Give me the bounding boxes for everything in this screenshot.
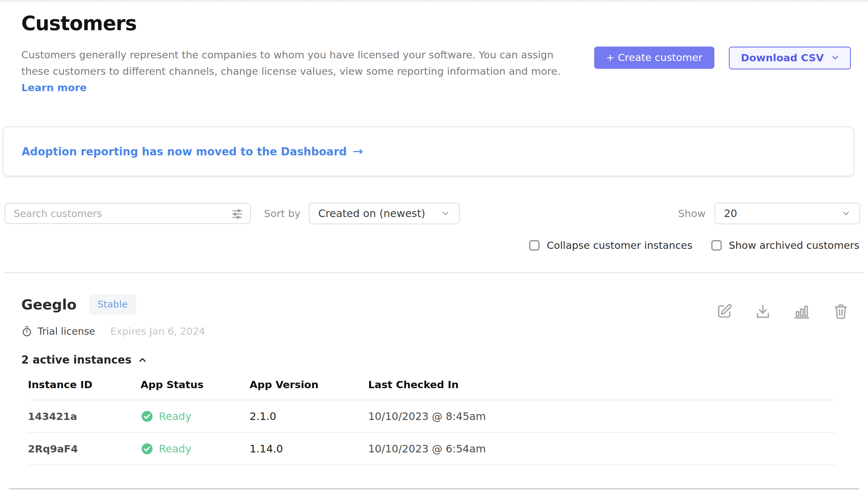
show-count-select[interactable]: 20	[715, 203, 860, 224]
license-type-label: Trial license	[38, 326, 95, 337]
page-title: Customers	[21, 12, 576, 35]
page-description-text: Customers generally represent the compan…	[21, 49, 561, 77]
download-icon[interactable]	[755, 303, 771, 320]
customer-name[interactable]: Geeglo	[21, 296, 77, 313]
trash-icon[interactable]	[833, 303, 849, 320]
col-header-app-version: App Version	[250, 379, 368, 400]
instance-id: 143421a	[28, 410, 141, 422]
collapse-instances-checkbox[interactable]	[529, 240, 540, 251]
download-csv-label: Download CSV	[741, 52, 824, 63]
customer-card: Geeglo Stable Trial license Expires Jan …	[0, 273, 868, 465]
page-header: Customers Customers generally represent …	[0, 3, 868, 96]
sort-select[interactable]: Created on (newest)	[309, 203, 459, 224]
search-input[interactable]	[4, 203, 251, 224]
table-row: 143421a Ready 2.1.0 10/10/2023 @ 8:45am	[28, 400, 836, 433]
adoption-reporting-text: Adoption reporting has now moved to the …	[21, 145, 347, 158]
show-archived-checkbox[interactable]	[711, 240, 722, 251]
chart-icon[interactable]	[793, 303, 810, 320]
last-checked-in: 10/10/2023 @ 6:54am	[368, 443, 836, 455]
sort-select-value: Created on (newest)	[318, 207, 425, 219]
chevron-down-icon	[830, 53, 840, 62]
adoption-reporting-link[interactable]: Adoption reporting has now moved to the …	[21, 144, 363, 159]
filter-sliders-icon[interactable]	[231, 208, 244, 221]
customer-identity: Geeglo Stable Trial license Expires Jan …	[21, 294, 205, 337]
app-status: Ready	[141, 410, 250, 423]
show-archived-option[interactable]: Show archived customers	[711, 239, 859, 251]
license-row: Trial license Expires Jan 6, 2024	[21, 326, 205, 337]
instances-table: Instance ID App Status App Version Last …	[28, 379, 836, 465]
top-edge-shadow	[0, 0, 868, 3]
page-description: Customers generally represent the compan…	[21, 46, 576, 96]
app-status-text: Ready	[159, 443, 191, 455]
instances-table-header: Instance ID App Status App Version Last …	[28, 379, 836, 400]
collapse-instances-label: Collapse customer instances	[547, 239, 692, 251]
collapse-instances-option[interactable]: Collapse customer instances	[529, 239, 692, 251]
app-version: 1.14.0	[250, 443, 368, 455]
customer-name-row: Geeglo Stable	[21, 294, 205, 315]
adoption-reporting-banner: Adoption reporting has now moved to the …	[3, 127, 854, 176]
chevron-down-icon	[841, 209, 851, 218]
app-version: 2.1.0	[250, 410, 368, 423]
customer-card-top: Geeglo Stable Trial license Expires Jan …	[21, 294, 849, 337]
instance-id: 2Rq9aF4	[28, 443, 141, 455]
download-csv-button[interactable]: Download CSV	[729, 46, 851, 70]
app-status: Ready	[141, 442, 250, 455]
create-customer-button[interactable]: + Create customer	[594, 46, 715, 69]
learn-more-link[interactable]: Learn more	[21, 82, 87, 94]
check-circle-icon	[141, 442, 153, 455]
chevron-down-icon	[441, 209, 451, 218]
show-label: Show	[678, 208, 706, 219]
chevron-up-icon	[137, 355, 148, 365]
stopwatch-icon	[21, 326, 32, 337]
header-text: Customers Customers generally represent …	[21, 12, 576, 96]
table-row: 2Rq9aF4 Ready 1.14.0 10/10/2023 @ 6:54am	[28, 433, 836, 465]
channel-badge: Stable	[89, 294, 136, 315]
active-instances-toggle[interactable]: 2 active instances	[21, 353, 849, 366]
edit-icon[interactable]	[716, 303, 732, 320]
card-bottom-divider	[9, 488, 859, 489]
search-customers-field	[4, 203, 251, 224]
license-expiry-label: Expires Jan 6, 2024	[111, 326, 205, 337]
col-header-instance-id: Instance ID	[28, 379, 141, 400]
col-header-last-checked-in: Last Checked In	[368, 379, 836, 400]
arrow-right-icon: →	[353, 144, 363, 158]
active-instances-label: 2 active instances	[21, 353, 131, 366]
sort-by-label: Sort by	[264, 208, 300, 219]
customer-actions	[716, 303, 849, 320]
last-checked-in: 10/10/2023 @ 8:45am	[368, 410, 836, 423]
col-header-app-status: App Status	[141, 379, 250, 400]
list-toggles: Collapse customer instances Show archive…	[0, 239, 859, 251]
header-actions: + Create customer Download CSV	[594, 12, 851, 96]
list-controls: Sort by Created on (newest) Show 20	[4, 203, 860, 224]
check-circle-icon	[141, 410, 153, 423]
show-count-value: 20	[724, 207, 737, 219]
show-archived-label: Show archived customers	[729, 239, 859, 251]
app-status-text: Ready	[159, 410, 191, 423]
